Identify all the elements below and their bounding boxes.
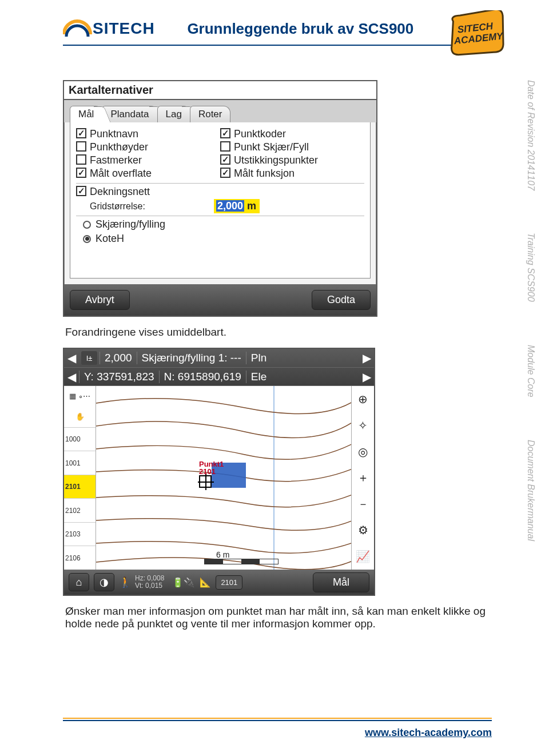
- prev2-icon[interactable]: ◀: [64, 370, 79, 384]
- profile-icon[interactable]: 📈: [352, 543, 374, 570]
- cb-punkt-skjaer-fyll[interactable]: Punkt Skjær/Fyll: [220, 141, 364, 153]
- zoom-out-icon[interactable]: －: [352, 491, 374, 517]
- battery-icon: 🔋🔌: [172, 577, 195, 588]
- side-metadata: Date of Revision 20141107 Training SCS90…: [524, 80, 538, 681]
- tab-roter[interactable]: Roter: [190, 106, 231, 122]
- instrument-icon: 📐: [200, 577, 211, 588]
- gridsize-label: Gridstørrelse:: [90, 201, 145, 212]
- maal-button[interactable]: Mål: [313, 572, 369, 592]
- cb-punktkoder[interactable]: Punktkoder: [220, 128, 364, 140]
- cb-punkthoyder[interactable]: Punkthøyder: [76, 141, 220, 153]
- vt-value: Vt: 0,015: [135, 582, 164, 590]
- person-icon: 🚶: [119, 576, 132, 588]
- n-coord: N: 6915890,619: [159, 371, 246, 383]
- scale-bar: 6 m: [188, 557, 279, 566]
- header-rule: [63, 45, 492, 46]
- cb-maalt-funksjon[interactable]: Målt funksjon: [220, 168, 364, 180]
- home-icon[interactable]: ⌂: [69, 573, 89, 591]
- accept-button[interactable]: Godta: [312, 290, 371, 310]
- cb-dekningsnett[interactable]: Dekningsnett: [76, 186, 364, 198]
- skjaering-value: Skjæring/fylling 1: ---: [137, 352, 246, 364]
- cancel-button[interactable]: Avbryt: [70, 290, 130, 310]
- cb-fastmerker[interactable]: Fastmerker: [76, 154, 220, 166]
- cb-utstikkingspunkter[interactable]: Utstikkingspunkter: [220, 154, 364, 166]
- right-toolbar: ⊕ ✧ ◎ ＋ － ⚙ 📈: [351, 386, 374, 570]
- map-canvas[interactable]: Punkt1 2101 6 m: [96, 386, 351, 570]
- tab-lag[interactable]: Lag: [157, 106, 190, 122]
- sitech-logo: SITECH: [63, 17, 155, 40]
- footer-rule-orange: [63, 718, 492, 719]
- list-item[interactable]: 2106: [64, 546, 96, 570]
- next2-icon[interactable]: ▶: [359, 370, 374, 384]
- pln-value: Pln: [246, 352, 359, 364]
- el-label: Ele: [246, 371, 359, 383]
- zoom-center-icon[interactable]: ✧: [352, 412, 374, 439]
- layers-icon[interactable]: ◑: [94, 573, 114, 591]
- tabs: Mål Plandata Lag Roter: [64, 100, 376, 122]
- left-toolbar: ▦ ∘⋯ ✋ 1000 1001 2101 2102 2103 2106: [64, 386, 96, 570]
- list-item[interactable]: 2103: [64, 522, 96, 546]
- academy-badge: SITECH ACADEMY: [446, 10, 509, 59]
- list-item[interactable]: 2102: [64, 498, 96, 522]
- y-coord: Y: 337591,823: [79, 371, 159, 383]
- kartalternativer-dialog: Kartalternativer Mål Plandata Lag Roter …: [63, 80, 377, 317]
- zoom-window-icon[interactable]: ◎: [352, 439, 374, 465]
- code-chip[interactable]: 2101: [216, 575, 242, 590]
- interval-icon[interactable]: I±: [81, 351, 97, 365]
- prev-icon[interactable]: ◀: [64, 351, 79, 365]
- list-item[interactable]: 1001: [64, 451, 96, 475]
- next-icon[interactable]: ▶: [359, 351, 374, 365]
- cb-punktnavn[interactable]: Punktnavn: [76, 128, 220, 140]
- tab-plandata[interactable]: Plandata: [102, 106, 157, 122]
- radio-skjaering-fylling[interactable]: Skjæring/fylling: [83, 218, 364, 230]
- tab-maal[interactable]: Mål: [70, 106, 102, 122]
- list-item[interactable]: 2101: [64, 475, 96, 499]
- body-text-2: Ønsker man mer informasjon om punktet ma…: [65, 605, 490, 630]
- zoom-extents-icon[interactable]: ⊕: [352, 386, 374, 412]
- gridsize-input[interactable]: 2,000 m: [214, 199, 260, 213]
- point-marker[interactable]: Punkt1 2101: [199, 460, 224, 490]
- hand-icon[interactable]: ✋: [64, 407, 96, 427]
- page-title: Grunnleggende bruk av SCS900: [155, 20, 446, 38]
- cb-maalt-overflate[interactable]: Målt overflate: [76, 168, 220, 180]
- interval-value: 2,000: [100, 352, 137, 364]
- body-text-1: Forandringene vises umiddelbart.: [65, 326, 490, 339]
- dialog-title: Kartalternativer: [64, 81, 376, 100]
- settings-icon[interactable]: ⚙: [352, 517, 374, 543]
- footer-link[interactable]: www.sitech-academy.com: [63, 727, 492, 739]
- list-item[interactable]: 1000: [64, 427, 96, 451]
- grid-icon[interactable]: ▦ ∘⋯: [64, 386, 96, 407]
- crosshair-icon: [199, 475, 212, 488]
- map-screenshot: ◀ I± 2,000 Skjæring/fylling 1: --- Pln ▶…: [63, 348, 375, 596]
- logo-text: SITECH: [93, 19, 155, 38]
- footer-rule-blue: [63, 720, 492, 721]
- zoom-in-icon[interactable]: ＋: [352, 465, 374, 491]
- radio-koteh[interactable]: KoteH: [83, 233, 364, 245]
